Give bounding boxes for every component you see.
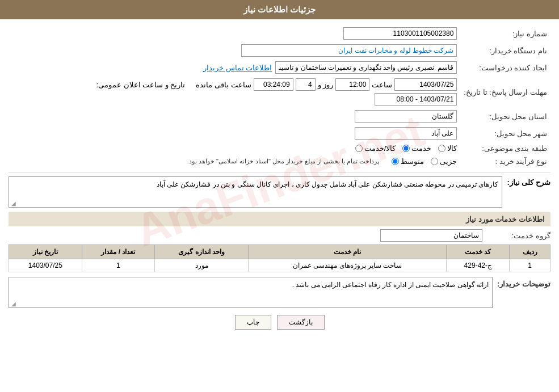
buyer-notes-box: ارائه گواهی صلاحیت ایمنی از اداره کار رف… (9, 277, 493, 308)
buyer-org-input[interactable] (241, 44, 457, 57)
col-row: ردیف (510, 245, 550, 259)
process-jozei-radio[interactable] (431, 158, 438, 165)
requester-contact-link[interactable]: اطلاعات تماس خریدار (203, 64, 272, 72)
send-day-label: روز و (318, 81, 334, 89)
category-khedmat-label[interactable]: خدمت (402, 144, 431, 153)
description-section: شرح کلی نیاز: کارهای ترمیمی در محوطه صنع… (9, 176, 550, 208)
services-table: ردیف کد خدمت نام خدمت واحد اندازه گیری ت… (9, 245, 550, 272)
buyer-notes-resize[interactable]: ◢ (10, 301, 16, 306)
buttons-row: بازگشت چاپ (9, 315, 550, 330)
province-label: استان محل تحویل: (460, 108, 550, 125)
category-kala-khedmat-text: کالا/خدمت (364, 144, 396, 153)
send-time-input[interactable] (335, 78, 369, 91)
requester-input[interactable] (275, 61, 457, 74)
cell-row: 1 (510, 259, 550, 272)
divider-1 (9, 172, 550, 173)
province-input[interactable] (355, 110, 457, 123)
page-title: جزئیات اطلاعات نیاز (0, 0, 559, 19)
col-code: کد خدمت (447, 245, 510, 259)
requester-label: ایجاد کننده درخواست: (460, 59, 550, 76)
category-kala-khedmat-label[interactable]: کالا/خدمت (355, 144, 396, 153)
send-remaining-input[interactable] (254, 78, 293, 91)
process-label: نوع فرآیند خرید : (460, 155, 550, 168)
buyer-notes-section: توضیحات خریدار: ارائه گواهی صلاحیت ایمنی… (9, 277, 550, 308)
category-kala-radio[interactable] (438, 145, 445, 152)
col-date: تاریخ نیاز (9, 245, 82, 259)
cell-quantity: 1 (82, 259, 155, 272)
need-number-label: شماره نیاز: (460, 25, 550, 42)
send-day-input[interactable] (296, 78, 316, 91)
cell-code: ج-42-429 (447, 259, 510, 272)
process-motavasset-label[interactable]: متوسط (392, 157, 424, 166)
col-quantity: تعداد / مقدار (82, 245, 155, 259)
category-khedmat-text: خدمت (411, 144, 431, 153)
city-label: شهر محل تحویل: (460, 125, 550, 142)
cell-date: 1403/07/25 (9, 259, 82, 272)
process-jozei-label[interactable]: جزیی (431, 157, 457, 166)
description-label: شرح کلی نیاز: (502, 176, 550, 187)
buyer-org-label: نام دستگاه خریدار: (460, 42, 550, 59)
buyer-notes-label: توضیحات خریدار: (493, 277, 550, 288)
send-date-input[interactable] (394, 78, 457, 91)
category-kala-khedmat-radio[interactable] (355, 145, 363, 152)
announce-label: تاریخ و ساعت اعلان عمومی: (96, 81, 185, 89)
group-row: گروه خدمت: (9, 229, 550, 242)
category-kala-label[interactable]: کالا (438, 144, 457, 153)
description-box: کارهای ترمیمی در محوطه صنعتی فشارشکن علی… (9, 176, 502, 208)
resize-handle[interactable]: ◢ (10, 200, 16, 206)
cell-unit: مورد (155, 259, 249, 272)
category-khedmat-radio[interactable] (402, 145, 410, 152)
group-label: گروه خدمت: (482, 231, 550, 240)
city-input[interactable] (355, 127, 457, 140)
back-button[interactable]: بازگشت (277, 315, 325, 330)
print-button[interactable]: چاپ (235, 315, 271, 330)
category-label: طبقه بندی موضوعی: (460, 142, 550, 155)
services-section-header: اطلاعات خدمات مورد نیاز (9, 212, 550, 226)
need-number-input[interactable] (343, 27, 457, 40)
table-row: 1 ج-42-429 ساخت سایر پروژه‌های مهندسی عم… (9, 259, 550, 272)
process-motavasset-text: متوسط (401, 157, 424, 166)
send-date-label: مهلت ارسال پاسخ: تا تاریخ: (460, 76, 550, 108)
announce-input[interactable] (375, 93, 457, 106)
category-kala-text: کالا (447, 144, 457, 153)
send-remaining-label: ساعت باقی مانده (196, 81, 251, 89)
buyer-notes-text: ارائه گواهی صلاحیت ایمنی از اداره کار رف… (292, 281, 489, 289)
send-time-label: ساعت (372, 81, 392, 89)
process-motavasset-radio[interactable] (392, 158, 399, 165)
process-jozei-text: جزیی (440, 157, 457, 166)
description-text: کارهای ترمیمی در محوطه صنعتی فشارشکن علی… (157, 180, 499, 188)
col-unit: واحد اندازه گیری (155, 245, 249, 259)
cell-name: ساخت سایر پروژه‌های مهندسی عمران (248, 259, 446, 272)
group-input[interactable] (380, 229, 482, 242)
process-note-text: پرداخت تمام یا بخشی از مبلغ خریداز محل "… (187, 158, 380, 165)
col-name: نام خدمت (248, 245, 446, 259)
